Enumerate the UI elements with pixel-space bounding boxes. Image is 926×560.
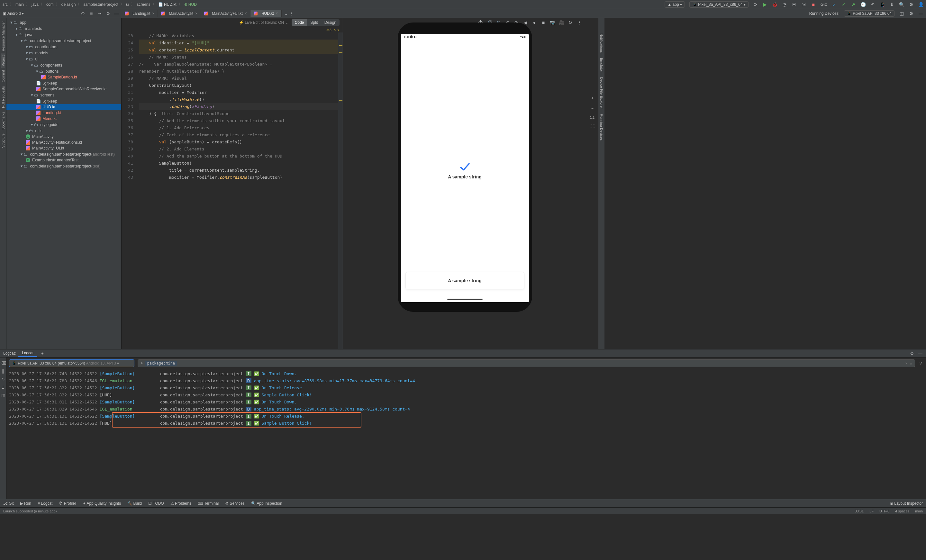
bottom-problems[interactable]: ⚠ Problems	[170, 501, 191, 506]
make-icon[interactable]: ⟳	[753, 2, 758, 7]
more-icon[interactable]: ⋮	[577, 20, 582, 25]
stop-icon[interactable]: ■	[811, 2, 816, 7]
pause-icon[interactable]: ‖	[2, 369, 4, 374]
settings-icon[interactable]: ⚙	[909, 2, 914, 7]
tree-item[interactable]: MainActivity+UI.kt	[6, 145, 121, 151]
bottom-app-inspection[interactable]: 🔍 App Inspection	[251, 501, 282, 506]
expand-icon[interactable]: ≡	[89, 11, 94, 16]
search-icon[interactable]: 🔍	[899, 2, 904, 7]
undo-icon[interactable]: ↶	[870, 2, 875, 7]
tree-item[interactable]: SampleComposableWithReceiver.kt	[6, 86, 121, 92]
bottom-services[interactable]: ⚙ Services	[225, 501, 244, 506]
tree-item[interactable]: SampleButton.kt	[6, 74, 121, 80]
bottom-git[interactable]: ⎇ Git	[3, 501, 14, 506]
rail-structure[interactable]: Structure	[1, 132, 5, 150]
tree-item[interactable]: ▾ 🗀java	[6, 32, 121, 38]
breadcrumb[interactable]: src〉main〉java〉com〉delasign〉samplestarter…	[3, 2, 197, 7]
tree-item[interactable]: ▾ 🗀buttons	[6, 68, 121, 74]
tool-window-label[interactable]: ▣ Android ▾	[3, 11, 24, 16]
editor-tab[interactable]: MainActivity+UI.kt×	[201, 10, 250, 17]
tree-item[interactable]: ▾ 🗀manifests	[6, 26, 121, 32]
warning-count[interactable]: 3	[330, 28, 331, 32]
tree-item[interactable]: ▾ 🗀com.delasign.samplestarterproject (an…	[6, 151, 121, 157]
run-config-select[interactable]: ▲ app ▾	[664, 1, 685, 8]
rail-notifications[interactable]: Notifications	[600, 31, 604, 55]
scroll-end-icon[interactable]: ⤓	[1, 385, 5, 390]
editor-tab[interactable]: MainActivity.kt×	[158, 10, 201, 17]
logcat-settings-icon[interactable]: ⚙	[909, 351, 914, 356]
sample-button[interactable]: A sample string	[406, 272, 524, 289]
tree-item[interactable]: CExampleInstrumentedTest	[6, 157, 121, 163]
tabs-menu-icon[interactable]: ⋮	[289, 11, 294, 16]
status-item[interactable]: 4 spaces	[895, 509, 909, 513]
project-tree[interactable]: ▾ 🗀app▾ 🗀manifests▾ 🗀java▾ 🗀com.delasign…	[6, 18, 121, 349]
zoom-fit-icon[interactable]: ⛶	[590, 124, 595, 129]
tree-item[interactable]: ▾ 🗀models	[6, 50, 121, 56]
tabs-overflow-icon[interactable]: ⌄	[284, 11, 289, 16]
tree-item[interactable]: MainActivity+Notifications.kt	[6, 139, 121, 145]
split-icon[interactable]: ◫	[1, 393, 5, 398]
tree-item[interactable]: ▾ 🗀utils	[6, 128, 121, 134]
tree-item[interactable]: ▾ 🗀com.delasign.samplestarterproject	[6, 38, 121, 44]
layout-inspector-button[interactable]: ▣ Layout Inspector	[890, 501, 923, 506]
status-item[interactable]: 33:31	[855, 509, 864, 513]
zoom-out-icon[interactable]: －	[590, 106, 595, 111]
logcat-filter-input[interactable]: ⌕ package:mine✕ ☆	[138, 359, 915, 367]
bottom-profiler[interactable]: ⏱ Profiler	[59, 501, 76, 506]
coverage-icon[interactable]: ⛨	[791, 2, 797, 7]
zoom-11-icon[interactable]: 1:1	[590, 116, 595, 119]
tree-item[interactable]: ▾ 🗀ui	[6, 56, 121, 62]
code-area[interactable]: // MARK: Variables val identifier = "[HU…	[136, 32, 338, 349]
reload-icon[interactable]: ↻	[568, 20, 573, 25]
collapse-icon[interactable]: ⇥	[97, 11, 102, 16]
tree-item[interactable]: ▾ 🗀components	[6, 62, 121, 68]
sdk-icon[interactable]: ⬇	[889, 2, 894, 7]
bottom-app-quality-insights[interactable]: ✦ App Quality Insights	[83, 501, 121, 506]
device-select[interactable]: 📱 Pixel_3a_API_33_x86_64 ▾	[689, 1, 749, 8]
logcat-help-icon[interactable]: ?	[918, 361, 923, 366]
editor-tab[interactable]: Landing.kt×	[121, 10, 158, 17]
run-icon[interactable]: ▶	[763, 2, 768, 7]
select-opened-icon[interactable]: ⊙	[80, 11, 86, 16]
home-icon[interactable]: ●	[532, 20, 537, 25]
tree-item[interactable]: CMainActivity	[6, 134, 121, 139]
bottom-logcat[interactable]: ≡ Logcat	[38, 501, 52, 506]
profile-icon[interactable]: ◔	[782, 2, 787, 7]
status-item[interactable]: UTF-8	[879, 509, 889, 513]
view-mode-segment[interactable]: Code Split Design	[292, 19, 339, 26]
status-item[interactable]: main	[915, 509, 923, 513]
rail-running-devices[interactable]: Running Devices	[600, 111, 604, 143]
hide-icon[interactable]: —	[114, 11, 119, 16]
bottom-build[interactable]: 🔨 Build	[127, 501, 142, 506]
rail-bookmarks[interactable]: Bookmarks	[1, 110, 5, 132]
git-commit-icon[interactable]: ✓	[841, 2, 846, 7]
clear-icon[interactable]: ⌫	[0, 361, 6, 366]
emu-settings-icon[interactable]: ⚙	[909, 11, 914, 16]
tree-item[interactable]: ▾ 🗀screens	[6, 92, 121, 98]
rail-emulator[interactable]: Emulator	[600, 55, 604, 74]
status-item[interactable]: LF	[869, 509, 874, 513]
git-pull-icon[interactable]: ↙	[831, 2, 837, 7]
tree-item[interactable]: 📄.gitkeep	[6, 98, 121, 104]
debug-icon[interactable]: 🐞	[772, 2, 778, 7]
window-icon[interactable]: ◫	[899, 11, 904, 16]
tree-item[interactable]: ▾ 🗀styleguide	[6, 121, 121, 128]
zoom-in-icon[interactable]: ＋	[590, 95, 595, 101]
tree-item[interactable]: ▾ 🗀com.delasign.samplestarterproject (te…	[6, 163, 121, 169]
logcat-tab[interactable]: Logcat	[18, 350, 37, 357]
overview-icon[interactable]: ■	[541, 20, 546, 25]
bottom-run[interactable]: ▶ Run	[20, 501, 31, 506]
tree-item[interactable]: HUD.kt	[6, 104, 121, 110]
git-push-icon[interactable]: ↗	[851, 2, 856, 7]
editor-tab[interactable]: HUD.kt×	[250, 10, 281, 17]
rail-device-file-explorer[interactable]: Device File Explorer	[600, 74, 604, 111]
restart-icon[interactable]: ↻	[1, 377, 5, 381]
logcat-hide-icon[interactable]: —	[918, 351, 923, 356]
tree-item[interactable]: Menu.kt	[6, 116, 121, 121]
live-edit-label[interactable]: Live Edit of literals: ON	[245, 20, 284, 25]
tool-settings-icon[interactable]: ⚙	[106, 11, 110, 16]
rail-project[interactable]: Project	[1, 53, 5, 68]
emu-hide-icon[interactable]: —	[918, 11, 923, 16]
tree-item[interactable]: 📄.gitkeep	[6, 80, 121, 86]
git-history-icon[interactable]: 🕘	[860, 2, 865, 7]
